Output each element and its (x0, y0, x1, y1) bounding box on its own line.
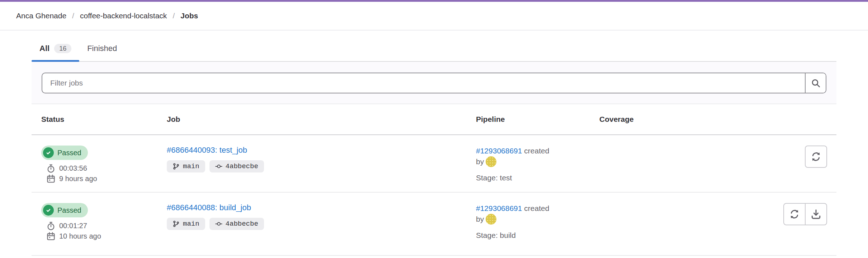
breadcrumb: Anca Ghenade / coffee-backend-localstack… (0, 2, 868, 31)
timer-icon (46, 221, 56, 231)
filter-panel (32, 62, 836, 104)
pipeline-stage-label: Stage: test (476, 174, 599, 182)
status-meta: 00:03:56 9 hours ago (46, 163, 167, 184)
job-link[interactable]: #6866440088: build_job (167, 203, 251, 212)
status-badge: Passed (41, 203, 88, 217)
check-circle-icon (43, 205, 54, 216)
pipeline-link[interactable]: #1293068691 (476, 204, 522, 212)
search-button[interactable] (805, 73, 826, 93)
tab-finished-label: Finished (87, 44, 117, 53)
branch-icon (173, 220, 180, 227)
jobs-page: All 16 Finished Status Job Pipeline Cove… (32, 36, 836, 256)
breadcrumb-link-project[interactable]: coffee-backend-localstack (80, 11, 167, 20)
status-cell: Passed 00:03:56 (41, 146, 167, 192)
search-icon (811, 78, 821, 88)
job-duration: 00:01:27 (59, 222, 87, 230)
filter-input-group (42, 73, 826, 93)
commit-icon (215, 163, 222, 170)
retry-button[interactable] (783, 203, 806, 225)
table-header-status: Status (41, 115, 167, 124)
status-badge-label: Passed (57, 149, 81, 157)
table-header-job: Job (167, 115, 476, 124)
job-age: 10 hours ago (59, 232, 101, 240)
commit-sha-label: 4abbecbe (226, 162, 258, 170)
breadcrumb-link-user[interactable]: Anca Ghenade (16, 11, 66, 20)
check-circle-icon (43, 147, 54, 158)
status-badge: Passed (41, 146, 88, 160)
coverage-cell (599, 203, 713, 255)
branch-label: main (183, 220, 199, 228)
job-link[interactable]: #6866440093: test_job (167, 146, 247, 155)
calendar-icon (46, 232, 56, 241)
commit-chip[interactable]: 4abbecbe (209, 160, 264, 172)
commit-sha-label: 4abbecbe (226, 220, 258, 228)
status-badge-label: Passed (57, 206, 81, 215)
coverage-cell (599, 146, 713, 192)
commit-chip[interactable]: 4abbecbe (209, 218, 264, 230)
job-refs: main 4abbecbe (167, 160, 476, 172)
breadcrumb-separator: / (173, 11, 175, 20)
branch-chip[interactable]: main (167, 160, 205, 172)
tab-finished[interactable]: Finished (79, 36, 125, 61)
download-icon (811, 209, 821, 220)
timer-icon (46, 164, 56, 173)
retry-icon (789, 209, 800, 220)
row-actions-button-group (783, 203, 827, 225)
breadcrumb-current-page: Jobs (180, 11, 198, 20)
calendar-icon (46, 174, 56, 184)
status-meta: 00:01:27 10 hours ago (46, 221, 167, 241)
branch-label: main (183, 162, 199, 170)
job-refs: main 4abbecbe (167, 218, 476, 230)
row-actions (713, 146, 836, 192)
pipeline-cell: #1293068691 created by Stage: build (476, 203, 599, 255)
pipeline-link[interactable]: #1293068691 (476, 147, 522, 155)
job-age: 9 hours ago (59, 175, 97, 183)
commit-icon (215, 220, 222, 227)
download-artifacts-button[interactable] (805, 203, 827, 225)
retry-icon (811, 151, 821, 162)
table-header-row: Status Job Pipeline Coverage (32, 104, 836, 135)
pipeline-stage-label: Stage: build (476, 231, 599, 240)
table-header-pipeline: Pipeline (476, 115, 599, 124)
breadcrumb-separator: / (72, 11, 74, 20)
filter-jobs-input[interactable] (42, 73, 805, 93)
job-row: Passed 00:01:27 (32, 193, 836, 256)
pipeline-cell: #1293068691 created by Stage: test (476, 146, 599, 192)
retry-button[interactable] (805, 146, 827, 168)
user-avatar[interactable] (486, 156, 496, 167)
job-cell: #6866440088: build_job main (167, 203, 476, 255)
jobs-tabs: All 16 Finished (32, 36, 836, 62)
status-cell: Passed 00:01:27 (41, 203, 167, 255)
job-cell: #6866440093: test_job main (167, 146, 476, 192)
table-header-coverage: Coverage (599, 115, 713, 124)
user-avatar[interactable] (486, 214, 496, 225)
tab-all-label: All (39, 44, 49, 53)
job-duration: 00:03:56 (59, 164, 87, 172)
tab-all-count-badge: 16 (54, 44, 71, 53)
branch-icon (173, 163, 180, 170)
row-actions (713, 203, 836, 255)
branch-chip[interactable]: main (167, 218, 205, 230)
job-row: Passed 00:03:56 (32, 135, 836, 193)
tab-all[interactable]: All 16 (32, 36, 79, 61)
